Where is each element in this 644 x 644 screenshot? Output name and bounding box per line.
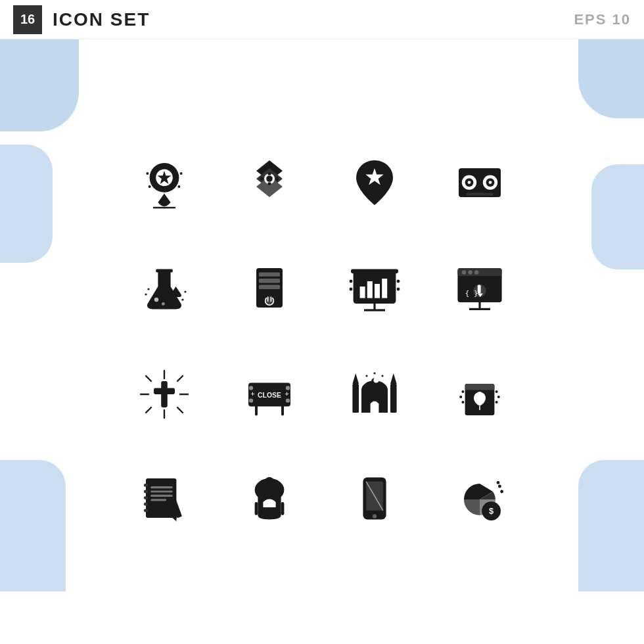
- svg-rect-105: [144, 490, 148, 494]
- svg-rect-95: [465, 384, 495, 390]
- svg-point-102: [495, 401, 498, 403]
- layers-gear-icon: [243, 158, 296, 210]
- smartphone-icon: [348, 473, 401, 526]
- svg-rect-112: [150, 499, 166, 501]
- svg-rect-47: [351, 269, 398, 273]
- svg-text:{  }: { }: [465, 289, 478, 298]
- svg-point-24: [468, 181, 471, 184]
- svg-point-28: [154, 298, 158, 302]
- svg-text:$: $: [489, 506, 494, 516]
- svg-rect-35: [259, 272, 280, 276]
- svg-rect-108: [144, 509, 148, 512]
- map-pin-star-icon: [138, 158, 191, 210]
- svg-rect-103: [146, 478, 176, 518]
- svg-point-90: [373, 377, 379, 382]
- svg-point-30: [147, 288, 149, 290]
- icon-cell-chart-board: [329, 243, 421, 335]
- svg-rect-109: [150, 486, 173, 488]
- svg-line-68: [177, 407, 183, 413]
- chart-board-icon: [348, 263, 401, 315]
- svg-point-6: [177, 185, 180, 188]
- svg-point-3: [146, 172, 149, 175]
- svg-text:+: +: [250, 390, 255, 398]
- eco-bag-icon: [453, 368, 506, 421]
- icon-cell-mosque: [329, 348, 421, 440]
- svg-point-121: [373, 514, 377, 518]
- server-power-icon: [243, 263, 296, 315]
- header-eps: EPS 10: [574, 11, 631, 28]
- svg-point-101: [497, 396, 500, 398]
- science-flask-icon: [138, 263, 191, 315]
- content-area: { }: [0, 39, 644, 644]
- header-badge: 16: [13, 5, 42, 34]
- svg-rect-117: [281, 502, 285, 515]
- svg-point-100: [495, 390, 498, 393]
- svg-point-124: [498, 485, 501, 488]
- svg-point-50: [350, 280, 353, 283]
- svg-point-98: [459, 396, 462, 398]
- svg-point-32: [181, 298, 183, 300]
- svg-point-4: [149, 185, 151, 188]
- svg-rect-26: [467, 193, 493, 196]
- icon-cell-backpack: [223, 453, 315, 545]
- svg-marker-86: [390, 373, 397, 384]
- svg-rect-107: [144, 503, 148, 506]
- svg-rect-84: [390, 384, 397, 413]
- svg-point-51: [397, 280, 400, 283]
- backpack-icon: [243, 473, 296, 526]
- svg-point-97: [461, 390, 464, 393]
- svg-line-67: [146, 376, 151, 381]
- icon-grid: { }: [105, 125, 539, 559]
- close-sign-icon: CLOSE + +: [243, 368, 296, 421]
- svg-point-92: [381, 375, 383, 377]
- notebook-pen-icon: [138, 473, 191, 526]
- svg-line-70: [146, 407, 151, 413]
- svg-point-33: [184, 290, 186, 292]
- svg-point-126: [497, 481, 500, 484]
- svg-rect-14: [268, 172, 271, 175]
- svg-point-5: [180, 172, 183, 175]
- svg-text:CLOSE: CLOSE: [258, 392, 281, 399]
- svg-rect-111: [150, 495, 173, 497]
- icon-cell-pie-chart-dollar: $: [434, 453, 526, 545]
- svg-point-49: [397, 288, 400, 291]
- svg-rect-17: [276, 177, 279, 181]
- icon-cell-layers-gear: [223, 138, 315, 230]
- svg-text:+: +: [285, 390, 289, 398]
- svg-point-48: [350, 288, 353, 291]
- svg-rect-37: [259, 285, 280, 289]
- svg-rect-110: [150, 490, 173, 492]
- icon-cell-location-star: [329, 138, 421, 230]
- icon-cell-map-pin-star: [118, 138, 210, 230]
- svg-point-99: [461, 401, 464, 403]
- svg-marker-85: [352, 373, 359, 384]
- svg-rect-27: [156, 269, 173, 273]
- code-editor-icon: { }: [453, 263, 506, 315]
- svg-rect-116: [255, 502, 258, 515]
- svg-point-79: [286, 398, 290, 402]
- svg-point-56: [474, 270, 478, 274]
- svg-rect-41: [360, 287, 365, 298]
- svg-point-93: [373, 372, 375, 374]
- icon-cell-stereo-player: [434, 138, 526, 230]
- icon-cell-notebook-pen: [118, 453, 210, 545]
- icon-cell-cross-rays: [118, 348, 210, 440]
- icon-cell-code-editor: { }: [434, 243, 526, 335]
- header: 16 ICON SET EPS 10: [0, 0, 644, 39]
- icon-cell-smartphone: [329, 453, 421, 545]
- svg-rect-15: [268, 183, 271, 185]
- icon-cell-server-power: [223, 243, 315, 335]
- svg-point-55: [468, 270, 472, 274]
- header-title: ICON SET: [53, 9, 574, 30]
- svg-point-125: [500, 490, 503, 494]
- svg-rect-72: [154, 388, 175, 394]
- location-star-icon: [348, 158, 401, 210]
- svg-point-54: [462, 270, 466, 274]
- svg-rect-36: [259, 279, 280, 283]
- svg-point-78: [249, 398, 253, 402]
- svg-point-31: [145, 293, 147, 295]
- cross-rays-icon: [138, 368, 191, 421]
- svg-point-29: [162, 302, 165, 306]
- icon-cell-science-flask: [118, 243, 210, 335]
- icon-cell-eco-bag: [434, 348, 526, 440]
